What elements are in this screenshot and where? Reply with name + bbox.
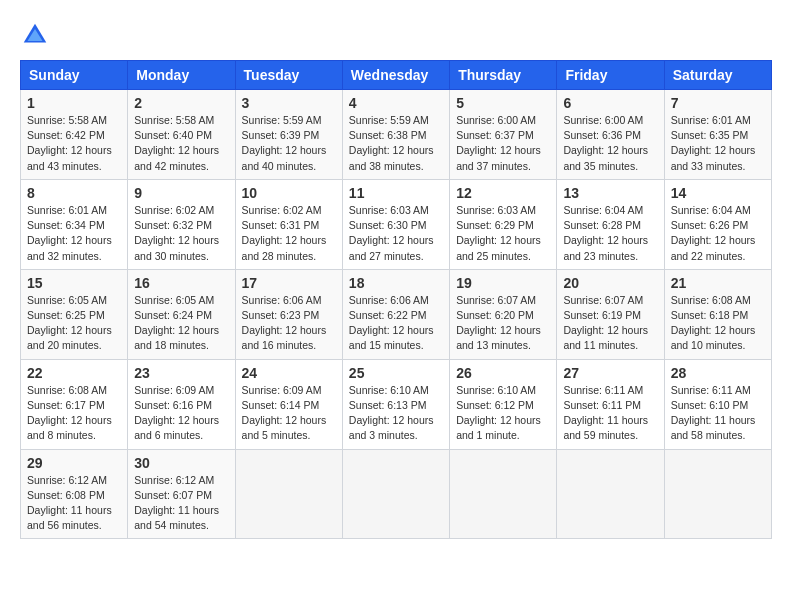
col-wednesday: Wednesday bbox=[342, 61, 449, 90]
logo-icon bbox=[20, 20, 50, 50]
calendar-header-row: Sunday Monday Tuesday Wednesday Thursday… bbox=[21, 61, 772, 90]
day-number: 29 bbox=[27, 455, 121, 471]
logo bbox=[20, 20, 54, 50]
day-number: 6 bbox=[563, 95, 657, 111]
table-row: 17Sunrise: 6:06 AMSunset: 6:23 PMDayligh… bbox=[235, 269, 342, 359]
empty-cell bbox=[235, 449, 342, 539]
empty-cell bbox=[557, 449, 664, 539]
day-number: 7 bbox=[671, 95, 765, 111]
table-row: 23Sunrise: 6:09 AMSunset: 6:16 PMDayligh… bbox=[128, 359, 235, 449]
day-number: 11 bbox=[349, 185, 443, 201]
empty-cell bbox=[664, 449, 771, 539]
table-row: 16Sunrise: 6:05 AMSunset: 6:24 PMDayligh… bbox=[128, 269, 235, 359]
day-number: 28 bbox=[671, 365, 765, 381]
calendar-table: Sunday Monday Tuesday Wednesday Thursday… bbox=[20, 60, 772, 539]
day-number: 13 bbox=[563, 185, 657, 201]
day-number: 20 bbox=[563, 275, 657, 291]
day-number: 15 bbox=[27, 275, 121, 291]
page-header bbox=[20, 20, 772, 50]
day-number: 23 bbox=[134, 365, 228, 381]
day-number: 5 bbox=[456, 95, 550, 111]
table-row: 2Sunrise: 5:58 AMSunset: 6:40 PMDaylight… bbox=[128, 90, 235, 180]
day-number: 2 bbox=[134, 95, 228, 111]
col-friday: Friday bbox=[557, 61, 664, 90]
table-row: 27Sunrise: 6:11 AMSunset: 6:11 PMDayligh… bbox=[557, 359, 664, 449]
day-number: 18 bbox=[349, 275, 443, 291]
table-row: 11Sunrise: 6:03 AMSunset: 6:30 PMDayligh… bbox=[342, 179, 449, 269]
table-row: 25Sunrise: 6:10 AMSunset: 6:13 PMDayligh… bbox=[342, 359, 449, 449]
col-sunday: Sunday bbox=[21, 61, 128, 90]
table-row: 20Sunrise: 6:07 AMSunset: 6:19 PMDayligh… bbox=[557, 269, 664, 359]
empty-cell bbox=[450, 449, 557, 539]
day-number: 25 bbox=[349, 365, 443, 381]
table-row: 1Sunrise: 5:58 AMSunset: 6:42 PMDaylight… bbox=[21, 90, 128, 180]
table-row: 13Sunrise: 6:04 AMSunset: 6:28 PMDayligh… bbox=[557, 179, 664, 269]
day-number: 14 bbox=[671, 185, 765, 201]
day-number: 24 bbox=[242, 365, 336, 381]
day-number: 9 bbox=[134, 185, 228, 201]
table-row: 7Sunrise: 6:01 AMSunset: 6:35 PMDaylight… bbox=[664, 90, 771, 180]
table-row: 14Sunrise: 6:04 AMSunset: 6:26 PMDayligh… bbox=[664, 179, 771, 269]
table-row: 19Sunrise: 6:07 AMSunset: 6:20 PMDayligh… bbox=[450, 269, 557, 359]
table-row: 21Sunrise: 6:08 AMSunset: 6:18 PMDayligh… bbox=[664, 269, 771, 359]
day-number: 22 bbox=[27, 365, 121, 381]
day-number: 30 bbox=[134, 455, 228, 471]
table-row: 26Sunrise: 6:10 AMSunset: 6:12 PMDayligh… bbox=[450, 359, 557, 449]
table-row: 22Sunrise: 6:08 AMSunset: 6:17 PMDayligh… bbox=[21, 359, 128, 449]
col-thursday: Thursday bbox=[450, 61, 557, 90]
table-row: 10Sunrise: 6:02 AMSunset: 6:31 PMDayligh… bbox=[235, 179, 342, 269]
table-row: 12Sunrise: 6:03 AMSunset: 6:29 PMDayligh… bbox=[450, 179, 557, 269]
day-number: 16 bbox=[134, 275, 228, 291]
calendar-week-row: 1Sunrise: 5:58 AMSunset: 6:42 PMDaylight… bbox=[21, 90, 772, 180]
calendar-week-row: 15Sunrise: 6:05 AMSunset: 6:25 PMDayligh… bbox=[21, 269, 772, 359]
col-monday: Monday bbox=[128, 61, 235, 90]
table-row: 6Sunrise: 6:00 AMSunset: 6:36 PMDaylight… bbox=[557, 90, 664, 180]
day-number: 8 bbox=[27, 185, 121, 201]
day-number: 4 bbox=[349, 95, 443, 111]
table-row: 8Sunrise: 6:01 AMSunset: 6:34 PMDaylight… bbox=[21, 179, 128, 269]
day-number: 10 bbox=[242, 185, 336, 201]
calendar-week-row: 22Sunrise: 6:08 AMSunset: 6:17 PMDayligh… bbox=[21, 359, 772, 449]
table-row: 5Sunrise: 6:00 AMSunset: 6:37 PMDaylight… bbox=[450, 90, 557, 180]
table-row: 18Sunrise: 6:06 AMSunset: 6:22 PMDayligh… bbox=[342, 269, 449, 359]
table-row: 9Sunrise: 6:02 AMSunset: 6:32 PMDaylight… bbox=[128, 179, 235, 269]
table-row: 15Sunrise: 6:05 AMSunset: 6:25 PMDayligh… bbox=[21, 269, 128, 359]
calendar-week-row: 8Sunrise: 6:01 AMSunset: 6:34 PMDaylight… bbox=[21, 179, 772, 269]
col-saturday: Saturday bbox=[664, 61, 771, 90]
empty-cell bbox=[342, 449, 449, 539]
day-number: 17 bbox=[242, 275, 336, 291]
calendar-week-row: 29Sunrise: 6:12 AMSunset: 6:08 PMDayligh… bbox=[21, 449, 772, 539]
day-number: 12 bbox=[456, 185, 550, 201]
day-number: 3 bbox=[242, 95, 336, 111]
table-row: 29Sunrise: 6:12 AMSunset: 6:08 PMDayligh… bbox=[21, 449, 128, 539]
col-tuesday: Tuesday bbox=[235, 61, 342, 90]
day-number: 26 bbox=[456, 365, 550, 381]
table-row: 24Sunrise: 6:09 AMSunset: 6:14 PMDayligh… bbox=[235, 359, 342, 449]
day-number: 1 bbox=[27, 95, 121, 111]
table-row: 4Sunrise: 5:59 AMSunset: 6:38 PMDaylight… bbox=[342, 90, 449, 180]
table-row: 3Sunrise: 5:59 AMSunset: 6:39 PMDaylight… bbox=[235, 90, 342, 180]
table-row: 30Sunrise: 6:12 AMSunset: 6:07 PMDayligh… bbox=[128, 449, 235, 539]
day-number: 21 bbox=[671, 275, 765, 291]
day-number: 27 bbox=[563, 365, 657, 381]
day-number: 19 bbox=[456, 275, 550, 291]
table-row: 28Sunrise: 6:11 AMSunset: 6:10 PMDayligh… bbox=[664, 359, 771, 449]
